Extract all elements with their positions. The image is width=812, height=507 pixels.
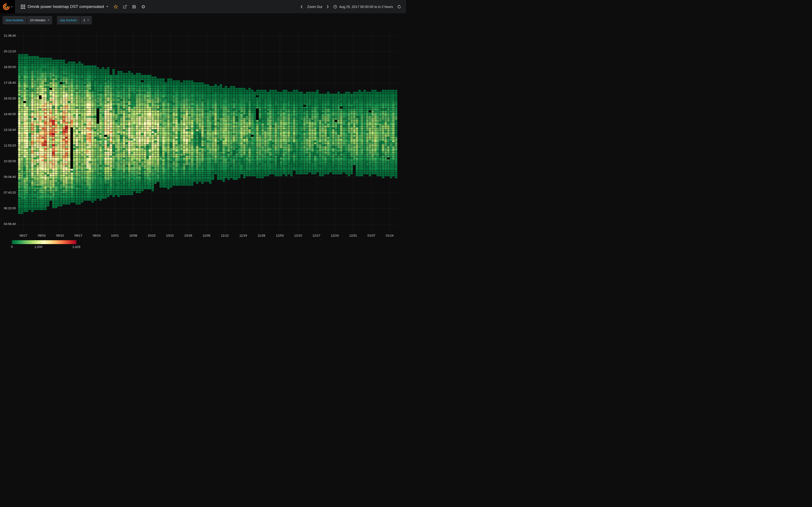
refresh-icon — [397, 5, 401, 9]
dashboard-grid-icon — [21, 5, 25, 9]
time-controls: Zoom Out Aug 25, 2017 00:00:00 to in 2 h… — [298, 3, 406, 10]
star-icon — [114, 5, 118, 9]
share-button[interactable] — [121, 3, 129, 10]
variable-value-day-buckets[interactable]: 1 — [81, 16, 92, 24]
caret-down-icon — [48, 20, 49, 21]
top-navbar: Omnik power heatmap DST compensated — [0, 0, 406, 13]
panel-actions — [112, 3, 147, 10]
time-range-button[interactable]: Aug 25, 2017 00:00:00 to in 2 hours — [331, 3, 395, 10]
legend-gradient-bar — [12, 240, 77, 244]
caret-down-icon — [87, 20, 89, 21]
zoom-out-button[interactable]: Zoom Out — [305, 3, 324, 10]
variable-time-buckets: time buckets 10 minutes — [3, 16, 52, 24]
heatmap-canvas[interactable] — [0, 0, 406, 253]
save-button[interactable] — [131, 3, 138, 10]
clock-icon — [333, 5, 337, 9]
time-back-button[interactable] — [298, 3, 305, 10]
settings-button[interactable] — [140, 3, 147, 10]
caret-down-icon — [11, 6, 13, 7]
refresh-button[interactable] — [395, 3, 403, 10]
main-menu-button[interactable] — [0, 0, 15, 13]
time-forward-button[interactable] — [324, 3, 331, 10]
legend-mid-label: 1,000 — [35, 245, 43, 249]
star-button[interactable] — [112, 3, 119, 10]
variable-label-day-buckets: day buckets — [57, 16, 80, 24]
variable-value-time-buckets[interactable]: 10 minutes — [27, 16, 52, 24]
template-variables-bar: time buckets 10 minutes day buckets 1 — [0, 13, 406, 27]
time-range-label: Aug 25, 2017 00:00:00 to in 2 hours — [339, 5, 393, 9]
caret-down-icon — [106, 6, 108, 7]
chevron-left-icon — [300, 5, 303, 9]
zoom-out-label: Zoom Out — [307, 5, 322, 9]
variable-day-buckets: day buckets 1 — [57, 16, 92, 24]
save-icon — [132, 5, 136, 9]
chevron-right-icon — [326, 5, 329, 9]
variable-value-text: 1 — [83, 18, 85, 22]
legend-min-label: 0 — [11, 245, 12, 249]
dashboard-picker[interactable]: Omnik power heatmap DST compensated — [21, 4, 108, 9]
variable-value-text: 10 minutes — [30, 18, 45, 22]
share-icon — [123, 5, 127, 9]
grafana-logo-icon — [2, 3, 10, 11]
legend-max-label: 2,429 — [72, 245, 81, 249]
variable-label-time-buckets: time buckets — [3, 16, 27, 24]
gear-icon — [141, 5, 146, 9]
dashboard-title: Omnik power heatmap DST compensated — [28, 4, 104, 9]
